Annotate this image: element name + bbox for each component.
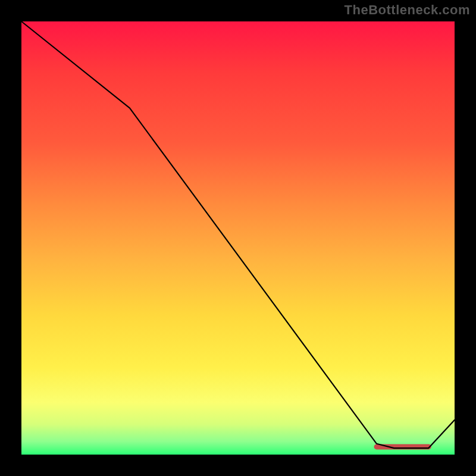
chart-frame: TheBottleneck.com: [0, 0, 476, 476]
bottleneck-line: [21, 21, 455, 448]
curve-svg: [21, 21, 455, 455]
watermark-text: TheBottleneck.com: [345, 2, 470, 18]
plot-area: [21, 21, 455, 455]
